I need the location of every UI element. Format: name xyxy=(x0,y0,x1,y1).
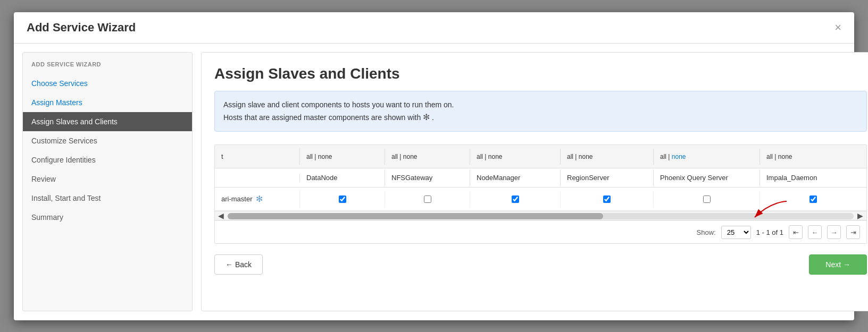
prev-page-button[interactable]: ← xyxy=(808,225,822,239)
nfs-all-link[interactable]: all xyxy=(391,153,398,160)
scroll-thumb[interactable] xyxy=(228,213,603,219)
subheader-impala: Impala_Daemon xyxy=(760,169,866,186)
regionserver-checkbox[interactable] xyxy=(603,195,611,203)
last-page-button[interactable]: ⇥ xyxy=(846,225,860,239)
datanode-checkbox[interactable] xyxy=(339,195,346,203)
impala-none-link[interactable]: none xyxy=(778,153,792,160)
sidebar-item-configure-identities[interactable]: Configure Identities xyxy=(23,150,192,169)
phoenix-none-link[interactable]: none xyxy=(672,153,686,160)
col-header-host: t xyxy=(215,148,300,165)
phoenix-all-link[interactable]: all xyxy=(660,153,666,160)
cell-datanode xyxy=(300,191,385,207)
table-row: ari-master ✻ xyxy=(215,188,866,211)
regionserver-none-link[interactable]: none xyxy=(579,153,593,160)
sidebar-item-assign-slaves[interactable]: Assign Slaves and Clients xyxy=(23,112,192,131)
master-asterisk-info: ✻ xyxy=(423,113,430,122)
scroll-right-icon[interactable]: ▶ xyxy=(857,211,863,220)
cell-regionserver xyxy=(561,191,654,207)
subheader-nfs: NFSGateway xyxy=(385,169,470,186)
assign-table: t all | none all | none xyxy=(214,144,867,244)
scroll-track xyxy=(228,213,854,219)
regionserver-all-link[interactable]: all xyxy=(567,153,573,160)
col-header-impala: all | none xyxy=(760,149,866,165)
subheader-host xyxy=(215,174,300,182)
info-box: Assign slave and client components to ho… xyxy=(214,91,867,132)
subheader-nodemanager: NodeManager xyxy=(470,169,561,186)
pagination-range: 1 - 1 of 1 xyxy=(756,228,783,236)
horizontal-scrollbar[interactable]: ◀ ▶ xyxy=(215,211,866,220)
sidebar: ADD SERVICE WIZARD Choose Services Assig… xyxy=(22,52,193,311)
main-content: Assign Slaves and Clients Assign slave a… xyxy=(201,52,868,311)
master-star-icon: ✻ xyxy=(256,194,263,204)
close-button[interactable]: × xyxy=(834,22,841,33)
table-header: t all | none all | none xyxy=(215,145,866,168)
modal-body: ADD SERVICE WIZARD Choose Services Assig… xyxy=(14,44,854,320)
first-page-button[interactable]: ⇤ xyxy=(789,225,803,239)
subheader-datanode: DataNode xyxy=(300,169,385,186)
sidebar-item-choose-services[interactable]: Choose Services xyxy=(23,74,192,93)
nodemanager-checkbox[interactable] xyxy=(512,195,519,203)
next-page-button[interactable]: → xyxy=(827,225,841,239)
cell-phoenix xyxy=(654,191,760,207)
sidebar-item-summary[interactable]: Summary xyxy=(23,208,192,227)
phoenix-checkbox[interactable] xyxy=(703,195,711,203)
impala-checkbox[interactable] xyxy=(809,195,817,203)
table-subheader: DataNode NFSGateway NodeManager RegionSe… xyxy=(215,168,866,188)
sidebar-item-install-start-test[interactable]: Install, Start and Test xyxy=(23,189,192,208)
info-line1: Assign slave and client components to ho… xyxy=(223,99,858,110)
cell-host: ari-master ✻ xyxy=(215,190,300,208)
sidebar-item-assign-masters[interactable]: Assign Masters xyxy=(23,93,192,112)
subheader-regionserver: RegionServer xyxy=(561,169,654,186)
col-header-nfsgateway: all | none xyxy=(385,149,470,165)
impala-all-link[interactable]: all xyxy=(766,153,773,160)
nodemanager-all-link[interactable]: all xyxy=(477,153,483,160)
datanode-none-link[interactable]: none xyxy=(318,153,332,160)
scroll-left-icon[interactable]: ◀ xyxy=(218,211,224,220)
sidebar-section-title: ADD SERVICE WIZARD xyxy=(23,61,192,74)
col-header-phoenix: all | none xyxy=(654,149,760,165)
nodemanager-none-link[interactable]: none xyxy=(488,153,503,160)
cell-nodemanager xyxy=(470,191,561,207)
cell-impala xyxy=(760,191,866,207)
info-line2: Hosts that are assigned master component… xyxy=(223,110,858,124)
page-title: Assign Slaves and Clients xyxy=(214,65,867,82)
sidebar-item-review[interactable]: Review xyxy=(23,169,192,189)
pagination-bar: Show: 25 50 100 1 - 1 of 1 ⇤ ← → ⇥ xyxy=(215,220,866,243)
nfsgateway-checkbox[interactable] xyxy=(424,195,431,203)
modal-header: Add Service Wizard × xyxy=(14,12,854,44)
cell-nfsgateway xyxy=(385,191,470,207)
col-header-nodemanager: all | none xyxy=(470,149,561,165)
modal: Add Service Wizard × ADD SERVICE WIZARD … xyxy=(14,12,854,320)
col-header-regionserver: all | none xyxy=(561,149,654,165)
next-button[interactable]: Next → xyxy=(809,254,867,275)
sidebar-item-customize-services[interactable]: Customize Services xyxy=(23,131,192,150)
datanode-all-link[interactable]: all xyxy=(306,153,313,160)
show-label: Show: xyxy=(697,228,716,236)
footer-buttons: ← Back Next → xyxy=(214,254,867,275)
subheader-phoenix: Phoenix Query Server xyxy=(654,169,760,186)
col-header-datanode: all | none xyxy=(300,149,385,165)
back-button[interactable]: ← Back xyxy=(214,254,263,275)
nfs-none-link[interactable]: none xyxy=(403,153,418,160)
modal-title: Add Service Wizard xyxy=(27,21,136,35)
show-select[interactable]: 25 50 100 xyxy=(721,226,751,239)
